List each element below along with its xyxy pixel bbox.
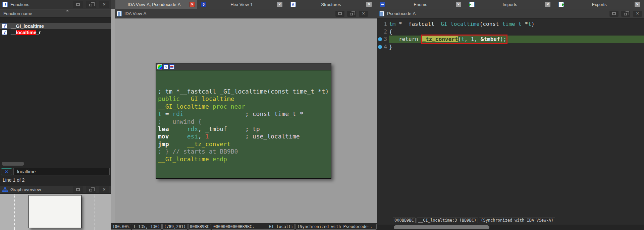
function-list-item[interactable]: f __localtime_r [0,29,111,36]
asm-line: mov esi, 1 ; use_localtime [158,133,331,140]
node-chart-icon[interactable] [169,64,174,69]
function-icon: f [2,23,7,28]
graph-overview-icon [2,187,8,192]
pseudocode-line-current[interactable]: 3 return _tz_convert(t, 1, &tmbuf); [377,36,644,43]
ida-view-statusbar: 100.00% (-135,-130) (789,201) 000BB9BC 0… [111,223,377,230]
search-match-highlight: localtime [16,30,37,35]
graph-node[interactable]: ✎ ; tm *__fastcall _GI_localtime(const t… [156,63,331,179]
pseudocode-title: Pseudocode-A [387,11,416,16]
asm-line: t = rdi ; const time_t * [158,110,331,118]
function-list: f __GI_localtime f __localtime_r [0,18,111,162]
current-location: __GI_localtime:3 (BB9BC) [417,218,478,223]
node-edit-icon[interactable]: ✎ [163,64,168,69]
tab-structures[interactable]: A Structures ✕ [286,0,376,9]
line-number: 4 [377,43,389,51]
close-button[interactable]: ✕ [359,11,368,17]
current-location: 00000000000BB9BC: __GI_localti [212,224,295,230]
overview-viewport[interactable] [29,195,82,228]
float-button[interactable] [621,11,630,17]
graph-view-canvas[interactable]: ✎ ; tm *__fastcall _GI_localtime(const t… [115,18,377,223]
ida-view-title: IDA View-A [124,11,147,16]
asm-line: __GI_localtime endp [158,156,331,163]
function-icon: f [2,30,7,35]
view-tabbar: IDA View-A, Pseudocode-A ✕ 0 Hex View-1 … [111,0,644,9]
disassembly-listing: ; tm *__fastcall _GI_localtime(const tim… [156,70,331,163]
function-name: __GI_localtime [11,23,44,29]
ida-view-icon [117,11,122,16]
tab-close-icon[interactable]: ✕ [545,2,550,7]
enums-icon [380,2,385,7]
functions-panel: f Functions ✕ Function name f __GI_local… [0,0,111,230]
tab-close-icon[interactable]: ✕ [456,2,461,7]
function-search-input[interactable] [13,168,110,175]
sync-status: (Synchronized with IDA View-A) [479,218,555,223]
asm-line: ; } // starts at BB9B0 [158,148,331,155]
asm-line: jmp __tz_convert [158,140,331,148]
tab-close-icon[interactable]: ✕ [190,2,195,7]
list-position-status: Line 1 of 2 [3,177,24,183]
close-button[interactable]: ✕ [99,1,109,8]
graph-overview-canvas[interactable] [0,194,111,230]
clear-search-button[interactable]: ✕ [1,168,12,175]
asm-line: public __GI_localtime [158,95,331,103]
pseudocode-icon [379,11,384,16]
line-number: 3 [377,36,389,43]
column-header-function-name[interactable]: Function name [0,9,111,18]
asm-line: __GI_localtime proc near [158,103,331,110]
horizontal-scrollbar-thumb[interactable] [2,162,24,166]
graph-node-titlebar: ✎ [156,63,331,70]
cursor-coords: (789,201) [162,224,187,230]
graph-overview-titlebar: Graph overview ✕ [0,186,111,194]
zoom-level: 100.00% [111,224,131,230]
tab-close-icon[interactable]: ✕ [635,2,640,7]
float-button[interactable] [86,186,96,193]
tab-enums[interactable]: Enums ✕ [376,0,465,9]
function-list-item-selected[interactable]: f __GI_localtime [0,23,111,29]
maximize-button[interactable] [73,1,83,8]
horizontal-scrollbar-thumb[interactable] [394,225,489,229]
structures-icon: A [290,2,296,7]
pseudocode-panel: Pseudocode-A ✕ 1 tm *__fastcall _GI_loca… [377,9,644,230]
maximize-button[interactable] [73,186,83,193]
overview-guide-line [95,194,95,230]
overview-guide-line [14,194,15,230]
tab-close-icon[interactable]: ✕ [366,2,372,7]
current-address: 000BB9BC [393,218,416,223]
hex-view-icon: 0 [201,2,206,7]
line-number: 1 [377,20,389,28]
horizontal-scrollbar[interactable] [377,225,644,230]
float-button[interactable] [86,1,96,8]
line-number: 2 [377,28,389,36]
close-button[interactable]: ✕ [99,186,109,193]
maximize-button[interactable] [609,11,619,17]
tab-imports[interactable]: Imports ✕ [465,0,555,9]
current-address: 000BB9BC [188,224,211,230]
close-button[interactable]: ✕ [633,11,642,17]
graph-origin-coords: (-135,-130) [132,224,162,230]
pseudocode-titlebar: Pseudocode-A ✕ [377,9,644,18]
tab-close-icon[interactable]: ✕ [277,2,282,7]
functions-panel-titlebar: f Functions ✕ [0,0,111,9]
float-button[interactable] [347,11,356,17]
sort-ascending-icon [66,10,69,11]
pseudocode-statusbar: 000BB9BC __GI_localtime:3 (BB9BC) (Synch… [393,218,555,223]
address-dot-icon[interactable] [378,37,382,41]
pseudocode-line[interactable]: 2 { [377,28,644,36]
node-color-icon[interactable] [157,64,162,69]
tab-exports[interactable]: Exports ✕ [554,0,644,9]
asm-line: lea rdx, _tmbuf ; tp [158,125,331,133]
asm-line: ; __unwind { [158,118,331,125]
graph-overview-title: Graph overview [10,187,41,192]
tab-hex-view[interactable]: 0 Hex View-1 ✕ [197,0,286,9]
functions-panel-title: Functions [10,2,29,7]
ida-pro-window: f Functions ✕ Function name f __GI_local… [0,0,644,230]
imports-icon [469,2,475,7]
maximize-button[interactable] [335,11,344,17]
vertical-scrollbar[interactable] [111,9,115,223]
sync-status: (Synchronized with Pseudocode-. [296,224,377,230]
pseudocode-editor[interactable]: 1 tm *__fastcall _GI_localtime(const tim… [377,18,644,218]
address-dot-icon[interactable] [378,45,382,49]
pseudocode-line[interactable]: 1 tm *__fastcall _GI_localtime(const tim… [377,20,644,28]
tab-ida-view-pseudocode[interactable]: IDA View-A, Pseudocode-A ✕ [115,0,197,9]
pseudocode-line[interactable]: 4 } [377,43,644,51]
